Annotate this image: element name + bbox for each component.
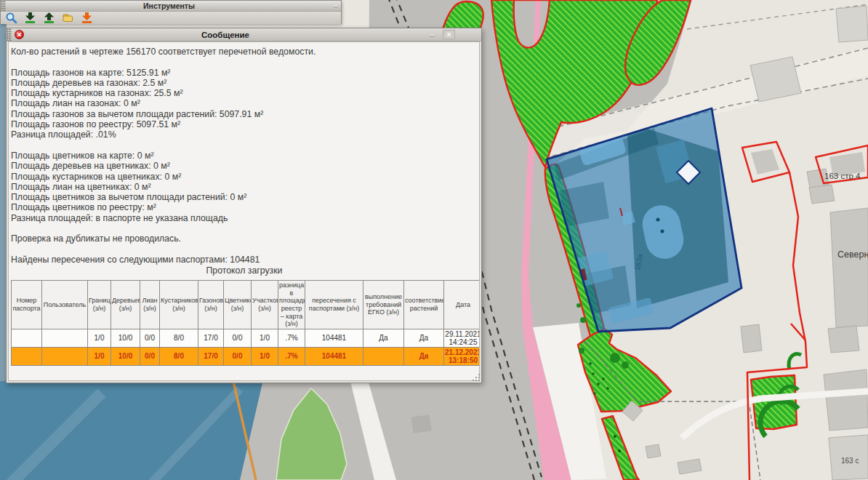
minimize-button[interactable]: − bbox=[427, 31, 437, 39]
table-cell: .7% bbox=[278, 329, 305, 347]
message-line: Площадь цветников на карте: 0 м² bbox=[11, 151, 478, 161]
message-line: Найдены пересечения со следующими паспор… bbox=[11, 255, 478, 265]
tools-title: Инструменты bbox=[7, 1, 331, 10]
message-line: Разница площадей: .01% bbox=[11, 129, 478, 140]
message-line: Площадь цветников по реестру: м² bbox=[11, 202, 478, 212]
message-line bbox=[11, 244, 478, 255]
open-folder-icon[interactable] bbox=[62, 12, 74, 24]
column-header: Границ (з/н) bbox=[88, 281, 111, 329]
zoom-icon[interactable] bbox=[5, 12, 17, 24]
table-cell: 17/0 bbox=[198, 329, 224, 347]
column-header: Пользователь bbox=[42, 281, 88, 329]
protocol-table-header-row: Номер паспортаПользовательГраниц (з/н)Де… bbox=[12, 281, 481, 329]
column-header: Цветников (з/н) bbox=[224, 281, 252, 329]
table-cell: 8/0 bbox=[160, 329, 198, 347]
table-cell: 104481 bbox=[305, 329, 363, 347]
dialog-title: Сообщение bbox=[24, 31, 427, 39]
protocol-table-title: Протокол загрузки bbox=[11, 265, 478, 276]
message-line: Проверка на дубликаты не проводилась. bbox=[11, 233, 478, 244]
table-cell: 1/0 bbox=[252, 329, 278, 347]
tools-window: Инструменты − bbox=[0, 0, 342, 24]
table-cell: 1/0 bbox=[88, 347, 111, 365]
message-line: Площадь лиан на цветниках: 0 м² bbox=[11, 182, 478, 192]
message-line: Площадь кустарников на цветниках: 0 м² bbox=[11, 172, 478, 182]
table-cell: Да bbox=[404, 329, 444, 347]
table-cell: 0/0 bbox=[224, 329, 252, 347]
table-cell: 8/0 bbox=[160, 347, 198, 365]
tools-titlebar[interactable]: Инструменты − bbox=[1, 1, 341, 12]
table-cell: 0/0 bbox=[224, 347, 252, 365]
column-header: пересечения с паспортами (з/н) bbox=[305, 281, 363, 329]
message-line bbox=[11, 223, 478, 233]
table-cell: .7% bbox=[278, 347, 305, 365]
protocol-table-body: 1/010/00/08/017/00/01/0.7%104481ДаДа29.1… bbox=[12, 329, 481, 365]
table-cell: 0/0 bbox=[140, 329, 160, 347]
column-header: соответствие растений bbox=[404, 281, 444, 329]
column-header: выполнение требований ЕГКО (з/н) bbox=[363, 281, 404, 329]
column-header: Номер паспорта bbox=[12, 281, 42, 329]
export-layer-icon[interactable] bbox=[43, 12, 55, 24]
message-line: Кол-во растений в чертеже 156170 соответ… bbox=[11, 47, 478, 57]
drag-handle[interactable] bbox=[1, 1, 6, 11]
column-header: Газонов (з/н) bbox=[198, 281, 224, 329]
table-cell: 104481 bbox=[305, 347, 363, 365]
water-area[interactable] bbox=[0, 377, 264, 480]
column-header: Кустарников (з/н) bbox=[160, 281, 198, 329]
message-line: Площадь газонов на карте: 5125.91 м² bbox=[11, 68, 478, 78]
table-row[interactable]: 1/010/00/08/017/00/01/0.7%104481ДаДа29.1… bbox=[12, 329, 481, 347]
table-cell: 21.12.2021 13:18:50 bbox=[444, 347, 481, 365]
column-header: Лиан (з/н) bbox=[140, 281, 160, 329]
table-cell bbox=[42, 329, 88, 347]
map-label-163s: 163 с bbox=[841, 457, 859, 465]
column-header: Деревьев (з/н) bbox=[111, 281, 140, 329]
close-icon[interactable]: ✕ bbox=[15, 30, 24, 39]
message-line: Площадь цветников за вычетом площади рас… bbox=[11, 192, 478, 202]
column-header: Дата bbox=[444, 281, 481, 329]
message-line: Площадь кустарников на газонах: 25.5 м² bbox=[11, 88, 478, 98]
table-cell: 0/0 bbox=[140, 347, 160, 365]
minimize-button[interactable]: − bbox=[331, 2, 341, 9]
message-line bbox=[11, 57, 478, 67]
table-cell: 10/0 bbox=[111, 347, 140, 365]
table-cell bbox=[12, 347, 42, 365]
table-cell: 1/0 bbox=[88, 329, 111, 347]
dialog-body: Кол-во растений в чертеже 156170 соответ… bbox=[8, 41, 480, 381]
download-icon[interactable] bbox=[81, 12, 93, 24]
message-line: Площадь деревьев на газонах: 2.5 м² bbox=[11, 78, 478, 88]
table-cell: Да bbox=[404, 347, 444, 365]
message-line: Площадь деревьев на цветниках: 0 м² bbox=[11, 161, 478, 171]
table-cell: 10/0 bbox=[111, 329, 140, 347]
table-cell: 17/0 bbox=[198, 347, 224, 365]
table-row[interactable]: 1/010/00/08/017/00/01/0.7%104481Да21.12.… bbox=[12, 347, 481, 365]
message-line: Площадь лиан на газонах: 0 м² bbox=[11, 98, 478, 108]
column-header: Участков (з/н) bbox=[252, 281, 278, 329]
map-label-severny: Северный bbox=[837, 249, 868, 260]
dialog-message: Кол-во растений в чертеже 156170 соответ… bbox=[11, 47, 478, 265]
map-label-163str4: 163 стр.4 bbox=[824, 172, 861, 180]
table-cell: 1/0 bbox=[252, 347, 278, 365]
message-line bbox=[11, 140, 478, 151]
table-cell: Да bbox=[363, 329, 404, 347]
close-button[interactable]: × bbox=[443, 30, 455, 39]
message-line: Площадь газонов по реестру: 5097.51 м² bbox=[11, 119, 478, 129]
table-cell bbox=[12, 329, 42, 347]
message-line: Разница площадей: в паспорте не указана … bbox=[11, 213, 478, 223]
table-cell bbox=[363, 347, 404, 365]
column-header: разница в площади реестр – карта (з/н) bbox=[278, 281, 305, 329]
message-line: Площадь газонов за вычетом площади расте… bbox=[11, 109, 478, 119]
message-dialog: ✕ Сообщение − × Кол-во растений в чертеж… bbox=[6, 28, 482, 383]
protocol-table: Номер паспортаПользовательГраниц (з/н)Де… bbox=[11, 280, 480, 366]
dialog-titlebar[interactable]: ✕ Сообщение − × bbox=[7, 28, 481, 41]
drag-handle[interactable] bbox=[7, 28, 12, 41]
table-cell bbox=[42, 347, 88, 365]
table-cell: 29.11.2021 14:24:25 bbox=[444, 329, 481, 347]
import-layer-icon[interactable] bbox=[24, 12, 36, 24]
tools-iconbar bbox=[1, 12, 341, 24]
